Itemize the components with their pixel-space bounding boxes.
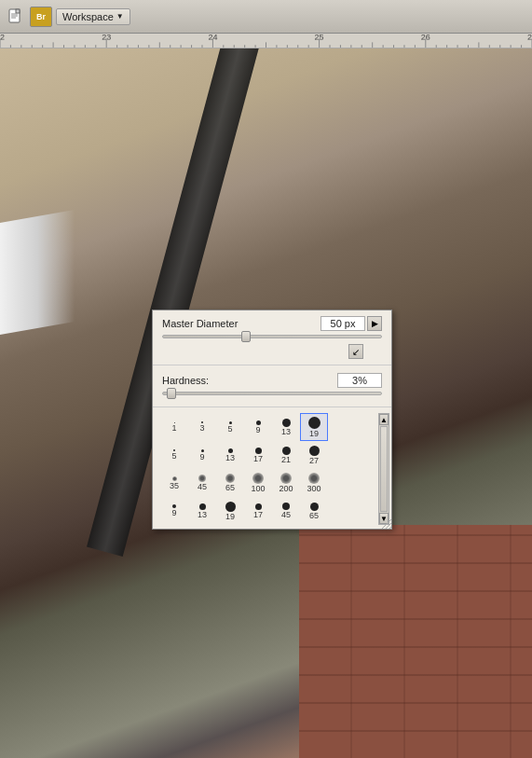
brush-preset-item[interactable]: 19 <box>300 413 328 441</box>
brush-preview-dot <box>225 474 235 483</box>
brush-size-label: 5 <box>227 425 232 434</box>
brush-size-label: 21 <box>281 456 291 464</box>
brush-preview-dot <box>256 420 261 425</box>
brush-preview-dot <box>255 448 262 454</box>
hardness-slider[interactable] <box>162 392 382 395</box>
brush-preview-dot <box>198 475 206 482</box>
brush-preset-item[interactable]: 65 <box>300 497 328 525</box>
diameter-icon-btn[interactable]: ↙ <box>348 344 363 359</box>
brush-size-label: 17 <box>253 511 263 519</box>
scroll-up-button[interactable]: ▲ <box>379 414 389 425</box>
brick-area <box>299 525 532 758</box>
white-edge <box>0 210 75 335</box>
presets-scrollbar[interactable]: ▲ ▼ <box>378 413 389 525</box>
canvas-area[interactable]: Master Diameter 50 px ▶ ↙ Hardness: 3% <box>0 48 532 758</box>
brush-preset-item[interactable]: 9 <box>160 497 188 525</box>
brush-presets-container: 1359131959131721273545651002003009131917… <box>153 409 391 529</box>
hardness-thumb[interactable] <box>167 388 176 399</box>
brush-preset-item[interactable]: 3 <box>188 413 216 441</box>
panel-divider-1 <box>153 365 391 365</box>
brush-preview-dot <box>199 503 206 510</box>
brush-preview-dot <box>225 502 236 512</box>
brush-preset-item[interactable]: 45 <box>272 497 300 525</box>
brush-preset-item[interactable]: 13 <box>272 413 300 441</box>
hardness-value[interactable]: 3% <box>337 373 382 388</box>
brush-preview-dot <box>310 503 319 511</box>
brush-preview-dot <box>280 473 292 484</box>
master-diameter-value[interactable]: 50 px <box>321 316 365 331</box>
brush-preview-dot <box>282 419 291 427</box>
master-diameter-thumb[interactable] <box>241 331 251 342</box>
brush-size-label: 9 <box>171 509 176 517</box>
brush-size-label: 9 <box>199 453 204 462</box>
brush-size-label: 13 <box>198 511 207 519</box>
brush-size-label: 45 <box>198 483 207 491</box>
workspace-dropdown-icon: ▼ <box>116 12 124 21</box>
master-diameter-section: Master Diameter 50 px ▶ ↙ <box>153 310 391 363</box>
brush-preview-dot <box>255 503 262 510</box>
brush-preset-item[interactable]: 19 <box>216 497 244 525</box>
brush-size-label: 13 <box>225 454 235 462</box>
document-icon[interactable] <box>6 7 26 27</box>
master-diameter-label: Master Diameter <box>162 318 321 329</box>
brush-size-label: 13 <box>281 428 291 436</box>
brush-preset-item[interactable]: 9 <box>244 413 272 441</box>
brush-preset-item[interactable]: 13 <box>188 497 216 525</box>
brush-preset-item[interactable]: 27 <box>300 441 328 469</box>
toolbar: Br Workspace ▼ <box>0 0 532 34</box>
bridge-label: Br <box>36 12 46 21</box>
brush-preset-item[interactable]: 9 <box>188 441 216 469</box>
brush-size-label: 9 <box>255 426 260 434</box>
svg-rect-1 <box>16 9 20 13</box>
brush-presets-grid: 1359131959131721273545651002003009131917… <box>153 409 391 529</box>
ruler-canvas <box>0 34 532 48</box>
brush-size-label: 3 <box>199 424 204 433</box>
master-diameter-row: Master Diameter 50 px ▶ <box>162 316 382 331</box>
brush-preset-item[interactable]: 45 <box>188 469 216 497</box>
brush-size-label: 100 <box>251 485 265 493</box>
brush-size-label: 1 <box>171 424 176 433</box>
brush-preview-dot <box>252 473 264 484</box>
brush-preview-dot <box>308 417 321 429</box>
brush-preset-item[interactable]: 13 <box>216 441 244 469</box>
scroll-thumb[interactable] <box>380 426 388 512</box>
brush-preset-item[interactable]: 5 <box>160 441 188 469</box>
brush-preset-item[interactable]: 300 <box>300 469 328 497</box>
hardness-label: Hardness: <box>162 375 337 386</box>
workspace-label: Workspace <box>62 11 114 22</box>
brush-size-label: 45 <box>281 511 291 519</box>
brush-preset-item[interactable]: 21 <box>272 441 300 469</box>
panel-resize-handle[interactable] <box>382 519 391 529</box>
master-diameter-slider[interactable] <box>162 335 382 338</box>
brush-preview-dot <box>282 503 290 510</box>
brush-size-label: 300 <box>307 485 321 493</box>
brush-preview-dot <box>309 446 320 456</box>
brush-preview-dot <box>282 447 291 455</box>
brush-preset-item[interactable]: 1 <box>160 413 188 441</box>
brush-size-label: 27 <box>309 457 319 465</box>
hardness-section: Hardness: 3% <box>153 367 391 405</box>
brush-size-label: 65 <box>225 484 235 492</box>
brush-preset-item[interactable]: 5 <box>216 413 244 441</box>
panel-divider-2 <box>153 407 391 407</box>
brush-size-label: 35 <box>170 482 179 490</box>
workspace-button[interactable]: Workspace ▼ <box>56 8 130 25</box>
brush-panel: Master Diameter 50 px ▶ ↙ Hardness: 3% <box>152 310 392 530</box>
hardness-row: Hardness: 3% <box>162 373 382 388</box>
brush-size-label: 19 <box>225 513 235 521</box>
brush-preview-dot <box>172 476 177 481</box>
brush-size-label: 5 <box>171 452 176 461</box>
brush-preset-item[interactable]: 35 <box>160 469 188 497</box>
brush-preview-dot <box>308 473 320 484</box>
brush-size-label: 19 <box>309 430 319 438</box>
brush-preset-item[interactable]: 17 <box>244 441 272 469</box>
brush-preset-item[interactable]: 17 <box>244 497 272 525</box>
brush-preset-item[interactable]: 200 <box>272 469 300 497</box>
brush-size-label: 17 <box>253 455 263 463</box>
ruler <box>0 34 532 48</box>
brush-preset-item[interactable]: 65 <box>216 469 244 497</box>
brush-preview-dot <box>228 448 233 453</box>
master-diameter-arrow[interactable]: ▶ <box>367 316 382 331</box>
bridge-icon[interactable]: Br <box>30 7 52 27</box>
brush-preset-item[interactable]: 100 <box>244 469 272 497</box>
